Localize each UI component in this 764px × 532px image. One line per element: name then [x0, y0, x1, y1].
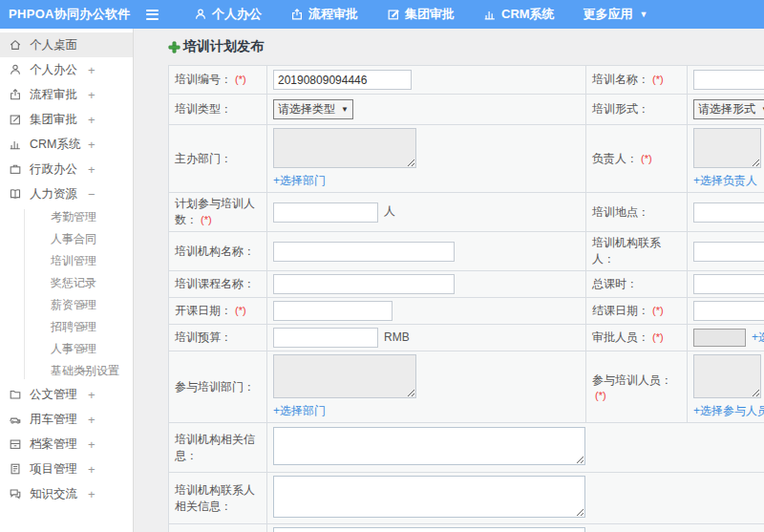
budget-input[interactable]	[273, 328, 378, 348]
sidebar-item-official-docs[interactable]: 公文管理 +	[0, 382, 133, 407]
sidebar-subitem-recruit[interactable]: 招聘管理 +	[0, 316, 133, 338]
expand-icon[interactable]: +	[88, 113, 96, 127]
expand-icon[interactable]: +	[88, 413, 96, 427]
plus-icon	[168, 41, 180, 53]
compose-icon	[387, 8, 400, 21]
host-dept-textarea[interactable]	[273, 128, 416, 168]
sidebar-subitem-hr-contract[interactable]: 人事合同	[0, 228, 133, 250]
archive-icon	[9, 437, 22, 451]
sidebar-subitem-rewards[interactable]: 奖惩记录	[0, 272, 133, 294]
sidebar-subitem-attendance[interactable]: 考勤管理	[0, 206, 133, 228]
end-date-input[interactable]	[693, 301, 764, 321]
planned-count-input[interactable]	[273, 202, 378, 223]
sidebar-subitem-training[interactable]: 培训管理	[0, 250, 133, 272]
sidebar-item-projects[interactable]: 项目管理 +	[0, 457, 133, 481]
topnav-personal-office[interactable]: 个人办公	[180, 0, 276, 29]
org-contact-input[interactable]	[693, 242, 764, 262]
org-contact-info-textarea[interactable]	[273, 476, 585, 518]
field-label-org-info: 培训机构相关信息：	[169, 423, 267, 473]
select-leader-link[interactable]: +选择负责人	[693, 173, 764, 189]
sidebar-item-knowledge[interactable]: 知识交流 +	[0, 481, 133, 506]
main-content: 培训计划发布 培训编号：(*) 培训名称：(*) 培训类型： 请选择类型▼ 培训…	[135, 29, 764, 532]
expand-icon[interactable]: +	[88, 388, 96, 402]
sidebar-item-vehicle[interactable]: 用车管理 +	[0, 407, 133, 432]
field-label-training-form: 培训形式：	[586, 95, 688, 125]
expand-icon[interactable]: +	[80, 365, 87, 378]
expand-icon[interactable]: +	[88, 138, 96, 152]
page-title: 培训计划发布	[168, 38, 764, 55]
sidebar-item-group-approval[interactable]: 集团审批 +	[0, 107, 133, 132]
total-hours-input[interactable]	[693, 274, 764, 294]
field-label-end-date: 结课日期：(*)	[586, 298, 688, 325]
table-row: 培训预算： RMB 审批人员：(*) +选择审批人员	[169, 325, 764, 351]
top-bar: PHPOA协同办公软件 个人办公 流程审批 集团审批 CRM系统 更多应用 ▼	[0, 0, 764, 29]
select-dept-link[interactable]: +选择部门	[273, 403, 580, 419]
expand-icon[interactable]: +	[88, 63, 96, 77]
table-row: 培训编号：(*) 培训名称：(*)	[169, 66, 764, 95]
briefcase-icon	[9, 162, 22, 176]
select-approver-link[interactable]: +选择审批人员	[752, 330, 764, 344]
caret-down-icon: ▼	[640, 10, 648, 19]
sidebar-item-workflow-approval[interactable]: 流程审批 +	[0, 82, 133, 107]
book-icon	[9, 187, 22, 201]
field-label-location: 培训地点：	[586, 193, 688, 232]
field-label-leader: 负责人：(*)	[586, 125, 688, 193]
training-type-select[interactable]: 请选择类型▼	[273, 99, 353, 119]
training-no-input[interactable]	[273, 70, 412, 90]
sidebar-subitem-salary[interactable]: 薪资管理 +	[0, 294, 133, 316]
topnav-workflow-approval[interactable]: 流程审批	[276, 0, 372, 29]
hamburger-menu-icon[interactable]	[138, 10, 166, 20]
table-row: 培训课程名称： 总课时：	[169, 271, 764, 298]
expand-icon[interactable]: +	[80, 299, 87, 312]
topnav-group-approval[interactable]: 集团审批	[372, 0, 469, 29]
topnav-more-apps[interactable]: 更多应用 ▼	[569, 0, 663, 29]
top-nav: 个人办公 流程审批 集团审批 CRM系统 更多应用 ▼	[180, 0, 663, 29]
org-name-input[interactable]	[273, 242, 455, 262]
expand-icon[interactable]: +	[88, 437, 96, 452]
sidebar-item-crm[interactable]: CRM系统 +	[0, 132, 133, 157]
approver-input[interactable]	[693, 329, 746, 347]
field-label-host-dept: 主办部门：	[169, 125, 267, 193]
share-icon	[9, 88, 22, 101]
sidebar-subitem-base-category[interactable]: 基础类别设置 +	[0, 360, 133, 382]
expand-icon[interactable]: +	[88, 462, 96, 477]
field-label-approver: 审批人员：(*)	[586, 325, 688, 351]
sidebar-item-hr[interactable]: 人力资源 −	[0, 181, 133, 206]
table-row: 计划参与培训人数：(*) 人 培训地点：	[169, 193, 764, 232]
training-name-input[interactable]	[693, 70, 764, 90]
user-icon	[9, 63, 22, 76]
expand-icon[interactable]: +	[80, 321, 87, 334]
sidebar-item-admin-office[interactable]: 行政办公 +	[0, 157, 133, 181]
required-marker: (*)	[652, 74, 664, 85]
sidebar: 个人桌面 个人办公 + 流程审批 + 集团审批 + CRM系统 + 行政办公 +	[0, 29, 134, 532]
course-name-input[interactable]	[273, 274, 455, 294]
select-dept-link[interactable]: +选择部门	[273, 173, 580, 189]
org-info-textarea[interactable]	[273, 427, 585, 465]
expand-icon[interactable]: +	[80, 343, 87, 356]
join-people-textarea[interactable]	[693, 354, 761, 398]
sidebar-item-personal-desktop[interactable]: 个人桌面	[0, 32, 133, 57]
collapse-icon[interactable]: −	[88, 187, 96, 202]
folder-icon	[9, 388, 22, 401]
sidebar-item-personal-office[interactable]: 个人办公 +	[0, 57, 133, 82]
expand-icon[interactable]: +	[88, 88, 96, 102]
table-row: 培训机构相关信息：	[169, 423, 764, 473]
requirements-textarea[interactable]	[273, 527, 585, 532]
leader-textarea[interactable]	[693, 128, 761, 168]
required-marker: (*)	[595, 390, 606, 401]
field-label-org-name: 培训机构名称：	[169, 232, 267, 271]
home-icon	[9, 38, 22, 52]
topnav-crm-system[interactable]: CRM系统	[469, 0, 569, 29]
expand-icon[interactable]: +	[88, 162, 96, 177]
training-form-select[interactable]: 请选择形式▼	[693, 99, 764, 119]
sidebar-subitem-personnel[interactable]: 人事管理 +	[0, 338, 133, 360]
sidebar-item-archives[interactable]: 档案管理 +	[0, 432, 133, 457]
start-date-input[interactable]	[273, 301, 393, 321]
select-participants-link[interactable]: +选择参与人员	[693, 403, 764, 419]
field-label-join-people: 参与培训人员：(*)	[586, 351, 688, 423]
field-label-course-name: 培训课程名称：	[169, 271, 267, 298]
expand-icon[interactable]: +	[88, 487, 96, 501]
join-depts-textarea[interactable]	[273, 354, 416, 398]
location-input[interactable]	[693, 202, 764, 223]
field-label-budget: 培训预算：	[169, 325, 267, 351]
